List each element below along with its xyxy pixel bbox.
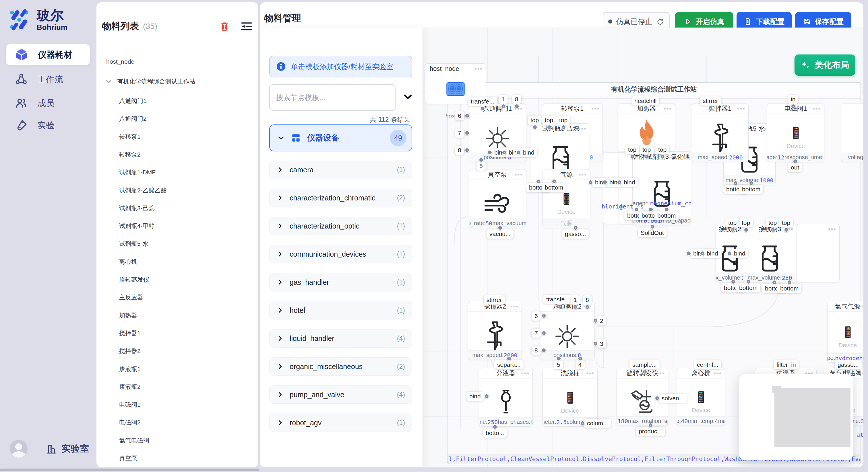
port-chip-stirrer[interactable]: stirrer [700, 96, 721, 105]
port-dot[interactable]: › [502, 150, 507, 155]
port-chip-top[interactable]: top [725, 218, 739, 227]
port-dot[interactable]: › [793, 159, 798, 164]
node-menu-icon[interactable]: ••• [663, 103, 672, 114]
node-solenoid-valve-1[interactable]: 电磁阀1•••Devicevoltage: 12 response_time: … [767, 103, 825, 162]
tree-item[interactable]: 废液瓶1 [119, 365, 141, 373]
port-dot[interactable]: › [642, 369, 647, 374]
port-chip-colum[interactable]: colum... [584, 419, 611, 428]
port-dot[interactable]: › [556, 304, 561, 309]
port-chip-gasso[interactable]: gasso... [835, 360, 862, 369]
tree-item[interactable]: 电磁阀2 [119, 418, 141, 427]
node-menu-icon[interactable]: ••• [591, 103, 600, 114]
node-menu-icon[interactable]: ••• [737, 103, 745, 114]
port-chip-transfe[interactable]: transfe... [544, 295, 572, 304]
port-dot[interactable]: › [593, 341, 598, 346]
port-chip-8[interactable]: 8 [512, 95, 521, 104]
tree-item[interactable]: 搅拌器2 [119, 347, 141, 355]
port-chip-solven[interactable]: solven... [659, 394, 687, 403]
port-chip-bottom[interactable]: bottom [542, 183, 566, 192]
port-chip-separa[interactable]: separa... [494, 360, 524, 369]
node-heater[interactable]: 加热器••• [618, 103, 675, 151]
tree-item[interactable]: 主反应器 [119, 293, 143, 301]
port-chip-centrif[interactable]: centrif... [694, 360, 721, 369]
port-dot[interactable]: › [547, 125, 552, 130]
node-menu-icon[interactable]: ••• [515, 169, 523, 180]
node-menu-icon[interactable]: ••• [578, 124, 587, 134]
tree-item-workstation[interactable]: 有机化学流程综合测试工作站 [105, 77, 195, 86]
port-dot[interactable]: › [846, 369, 851, 374]
port-dot[interactable]: › [730, 227, 735, 232]
port-dot[interactable]: › [465, 148, 470, 153]
node-elution-column[interactable]: 洗脱柱•••Devicediameter: 2.5 column_type: s… [542, 368, 598, 427]
node-menu-icon[interactable]: ••• [857, 368, 863, 378]
port-dot[interactable]: › [650, 224, 655, 229]
port-dot[interactable]: › [791, 104, 796, 109]
port-dot[interactable]: › [541, 348, 546, 353]
port-chip-top[interactable]: top [542, 115, 556, 125]
category-pump_and_valve[interactable]: pump_and_valve(4) [269, 385, 412, 404]
sidebar-item-experiments[interactable]: 实验 [6, 115, 90, 136]
port-chip-top[interactable]: top [766, 218, 780, 227]
port-dot[interactable]: › [493, 425, 497, 429]
port-chip-out[interactable]: out [788, 163, 802, 172]
port-dot[interactable]: › [770, 227, 775, 232]
category-liquid_handler[interactable]: liquid_handler(4) [269, 329, 412, 347]
port-chip-2[interactable]: 2 [597, 316, 606, 326]
sidebar-item-instruments[interactable]: 仪器耗材 [6, 44, 90, 65]
tree-item[interactable]: 真空泵 [119, 454, 137, 462]
search-input[interactable] [276, 94, 385, 102]
port-dot[interactable]: › [787, 280, 792, 285]
port-dot[interactable]: › [552, 179, 557, 184]
port-chip-7[interactable]: 7 [532, 329, 541, 338]
tree-item[interactable]: 试剂瓶2-乙酸乙酯 [119, 187, 167, 194]
port-dot[interactable]: › [588, 180, 593, 185]
port-dot[interactable]: › [700, 251, 705, 256]
port-chip-8[interactable]: 8 [583, 295, 592, 305]
port-chip-produc[interactable]: produc... [636, 427, 665, 436]
chevron-down-icon[interactable] [105, 78, 113, 85]
port-chip-sample[interactable]: sample... [629, 360, 660, 369]
port-dot[interactable]: › [744, 227, 749, 232]
port-chip-bottom[interactable]: bottom [654, 211, 679, 220]
port-chip-gasso[interactable]: gasso... [562, 229, 589, 239]
tree-item[interactable]: 旋转蒸发仪 [119, 276, 149, 283]
tree-item[interactable]: 转移泵1 [119, 133, 141, 141]
port-chip-top[interactable]: top [528, 115, 541, 125]
node-menu-icon[interactable]: ••• [828, 224, 836, 234]
node-menu-icon[interactable]: ••• [521, 368, 530, 378]
port-chip-6[interactable]: 6 [532, 311, 541, 321]
beautify-layout-button[interactable]: 美化布局 [795, 55, 856, 76]
port-dot[interactable]: › [643, 105, 648, 110]
port-chip-8[interactable]: 8 [532, 346, 541, 355]
node-hydrogen-gas-source[interactable]: 氢气气源•••Devicegas_type: hydrogen max_pre [827, 301, 863, 363]
port-dot[interactable]: › [479, 158, 484, 162]
port-dot[interactable]: › [532, 125, 537, 130]
collapse-list-icon[interactable] [241, 20, 253, 32]
port-chip-bind[interactable]: bind [704, 249, 721, 258]
port-chip-top[interactable]: top [739, 218, 753, 227]
port-chip-bottom[interactable]: bottom [739, 185, 763, 194]
port-dot[interactable]: › [746, 279, 751, 284]
node-menu-icon[interactable]: ••• [857, 301, 863, 312]
port-chip-bind[interactable]: bind [466, 392, 484, 401]
node-menu-icon[interactable]: ••• [510, 301, 519, 312]
port-dot[interactable]: › [772, 280, 777, 285]
avatar[interactable] [10, 440, 28, 458]
port-chip-top[interactable]: top [779, 218, 793, 227]
port-dot[interactable]: › [556, 356, 561, 361]
port-chip-stirrer[interactable]: stirrer [484, 295, 505, 305]
port-dot[interactable]: › [733, 181, 738, 186]
category-characterization_chromatic[interactable]: characterization_chromatic(2) [269, 189, 412, 207]
refresh-icon[interactable] [656, 18, 664, 26]
tree-item-host-node[interactable]: host_node [106, 58, 134, 65]
port-chip-7[interactable]: 7 [455, 129, 464, 138]
port-dot[interactable]: › [541, 331, 546, 336]
node-stirrer-2[interactable]: 搅拌器2•••max_speed: 2000 [468, 301, 522, 360]
port-chip-4[interactable]: 4 [576, 360, 585, 369]
port-dot[interactable]: › [727, 251, 732, 256]
port-dot[interactable]: › [484, 394, 489, 399]
port-dot[interactable]: › [480, 106, 485, 111]
port-dot[interactable]: › [749, 181, 754, 186]
port-dot[interactable]: › [593, 318, 598, 323]
node-menu-icon[interactable]: ••• [579, 169, 587, 180]
